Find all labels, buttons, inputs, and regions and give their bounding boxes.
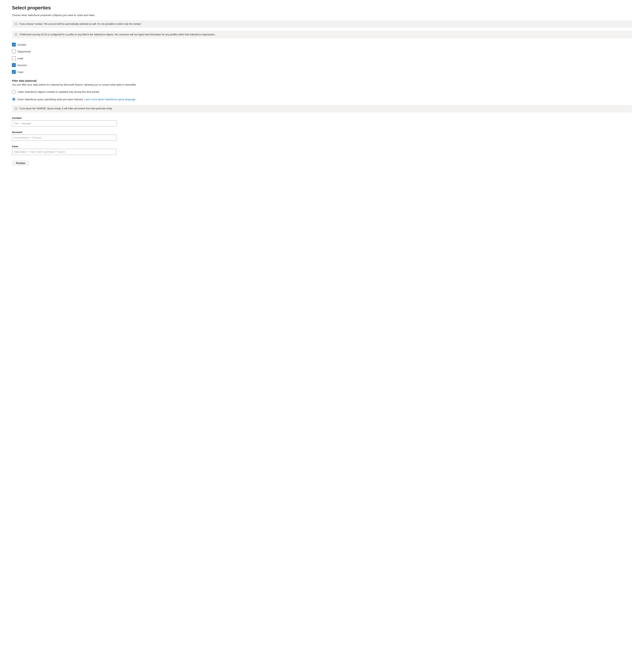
checkbox-lead[interactable] [12,56,16,60]
query-input-contact[interactable] [12,120,116,127]
property-checkbox-group: Contact Opportunity Lead Account Case [12,43,632,74]
info-icon [15,33,18,36]
radio-time-period[interactable] [12,90,16,93]
info-banner-text: If you choose 'contact,' the account wil… [20,22,142,26]
info-banner-where: If you leave the 'WHERE' clause empty, i… [12,105,632,112]
checkbox-row-lead: Lead [12,56,632,60]
query-label-case: Case [12,145,632,148]
checkbox-contact[interactable] [12,43,16,47]
query-label-account: Account [12,131,632,134]
checkbox-row-case: Case [12,70,632,74]
info-banner-contact: If you choose 'contact,' the account wil… [12,20,632,28]
info-banner-text: If you leave the 'WHERE' clause empty, i… [20,107,112,110]
query-label-contact: Contact [12,116,632,119]
checkbox-opportunity[interactable] [12,50,16,53]
checkbox-case[interactable] [12,70,16,74]
checkbox-label: Opportunity [18,50,31,53]
checkbox-label: Contact [18,43,26,46]
preview-button[interactable]: Preview [12,160,29,166]
filter-heading: Filter data (optional) [12,79,632,82]
checkbox-row-account: Account [12,63,632,67]
info-banner-text: If field level security (FLS) is configu… [20,33,216,36]
radio-row-query: Enter Salesforce query specifying what y… [12,98,632,101]
info-banner-fls: If field level security (FLS) is configu… [12,31,632,38]
radio-label-text: Enter Salesforce query specifying what y… [18,98,83,101]
checkbox-label: Case [18,71,23,74]
radio-label: Index Salesforce objects created or upda… [18,90,99,93]
learn-more-link[interactable]: Learn more about Salesforce query langua… [84,98,136,101]
filter-description: You can filter your data before it's ind… [12,83,632,86]
checkbox-label: Account [18,64,27,66]
radio-query[interactable] [12,98,16,101]
checkbox-row-contact: Contact [12,43,632,47]
query-input-account[interactable] [12,135,116,141]
info-icon [15,107,18,110]
checkbox-account[interactable] [12,63,16,67]
info-icon [15,23,18,25]
checkbox-label: Lead [18,57,23,60]
checkbox-row-opportunity: Opportunity [12,50,632,53]
page-subtitle: Choose what Salesforce properties (objec… [12,13,632,17]
svg-point-8 [16,108,16,108]
page-title: Select properties [12,5,632,10]
query-input-case[interactable] [12,149,116,155]
radio-row-time-period: Index Salesforce objects created or upda… [12,90,632,93]
radio-label: Enter Salesforce query specifying what y… [18,98,136,101]
